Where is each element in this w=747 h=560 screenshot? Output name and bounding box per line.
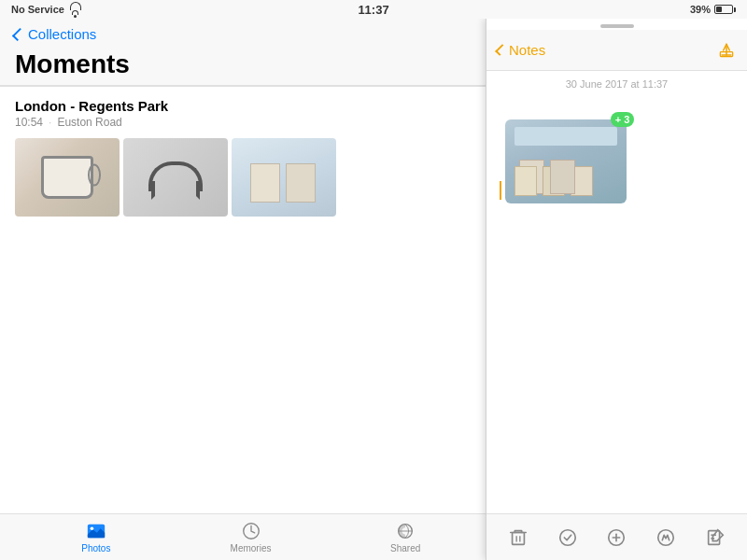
memories-tab-label: Memories (231, 543, 272, 553)
delete-button[interactable] (501, 521, 535, 554)
moments-title: Moments (15, 46, 486, 79)
photos-header: Collections Moments (0, 19, 501, 86)
wifi-icon (70, 2, 81, 18)
tab-shared[interactable]: Shared (328, 521, 483, 553)
battery-percent: 39% (690, 4, 711, 15)
status-left: No Service (11, 2, 81, 18)
notes-toolbar (486, 513, 747, 560)
notes-date: 30 June 2017 at 11:37 (486, 71, 747, 93)
back-chevron-icon (12, 27, 25, 40)
tab-photos[interactable]: Photos (19, 521, 174, 553)
add-button[interactable] (599, 521, 633, 554)
notes-image-attachment[interactable]: + 3 (505, 119, 627, 203)
compose-button[interactable] (649, 521, 683, 554)
text-cursor (500, 181, 501, 200)
status-time: 11:37 (358, 3, 388, 17)
memories-tab-icon (241, 521, 261, 541)
badge-text: + 3 (615, 114, 630, 125)
checkmark-button[interactable] (551, 521, 585, 554)
tab-memories[interactable]: Memories (174, 521, 329, 553)
back-label: Collections (28, 26, 96, 42)
photo-thumb-mug[interactable] (15, 138, 120, 217)
svg-point-9 (560, 529, 576, 545)
collections-back-button[interactable]: Collections (15, 26, 486, 42)
photos-panel: Collections Moments London - Regents Par… (0, 19, 501, 560)
svg-rect-14 (708, 530, 719, 544)
shared-tab-icon (395, 521, 416, 541)
notes-panel: Notes 30 June 2017 at 11:37 + 3 (486, 19, 747, 560)
notes-back-label: Notes (509, 42, 545, 58)
photo-grid (15, 138, 486, 217)
notes-header: Notes (486, 30, 747, 71)
carrier-text: No Service (11, 4, 64, 15)
location-name: London - Regents Park (15, 98, 486, 114)
svg-point-2 (90, 526, 93, 530)
svg-rect-6 (513, 532, 525, 544)
share-button[interactable] (717, 41, 736, 60)
photo-thumb-headphones[interactable] (123, 138, 228, 217)
notes-image-thumb (505, 119, 627, 203)
edit-button[interactable] (698, 521, 732, 554)
shared-tab-label: Shared (390, 543, 420, 553)
status-right: 39% (690, 4, 736, 15)
photos-tab-icon (86, 521, 106, 541)
photos-tab-label: Photos (81, 543, 110, 553)
image-count-badge: + 3 (611, 112, 635, 127)
drag-handle (600, 24, 634, 28)
notes-back-button[interactable]: Notes (498, 42, 545, 58)
notes-back-icon (495, 44, 507, 56)
photos-tab-bar: Photos Memories Shared (0, 513, 501, 560)
status-bar: No Service 11:37 39% (0, 0, 747, 19)
location-time: 10:54 · Euston Road (15, 116, 486, 129)
photo-thumb-office[interactable] (232, 138, 336, 217)
notes-content[interactable]: + 3 (486, 93, 747, 513)
photos-content: London - Regents Park 10:54 · Euston Roa… (0, 87, 501, 513)
battery-icon (714, 5, 736, 14)
